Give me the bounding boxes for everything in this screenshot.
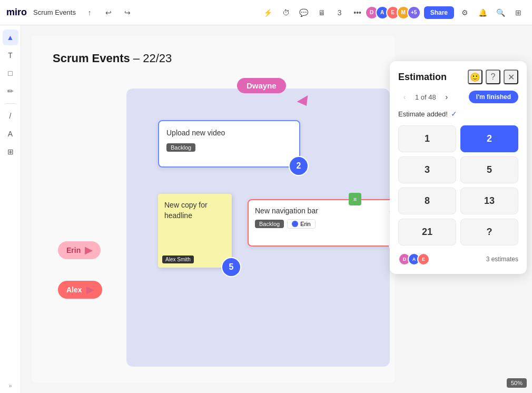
top-toolbar: miro Scrum Events ↑ ↩ ↪ ⚡ ⏱ 💬 🖥 3 ••• D … [0,0,532,25]
tag-backlog-2: Backlog [255,220,284,228]
dwayne-label: Dwayne [237,78,286,93]
erin-avatar-dot [292,221,298,227]
card-nav-chat-icon: ≡ [349,193,361,205]
estimate-btn-5[interactable]: 5 [460,156,518,183]
zoom-badge: 50% [507,378,527,388]
grid-view-button[interactable]: ⊞ [511,5,526,20]
frame-tool[interactable]: ⊞ [3,144,18,160]
estimate-btn-3[interactable]: 3 [398,156,456,183]
share-button[interactable]: Share [424,6,454,19]
panel-title: Estimation [398,72,447,83]
canvas-inner: Scrum Events – 22/23 Dwayne Upload new v… [32,36,395,382]
footer-avatars: D A E [398,253,430,266]
alex-arrow: ▶ [86,284,94,296]
erin-name: Erin [66,246,81,254]
tag-backlog-1: Backlog [166,143,195,152]
person-erin: Erin ▶ [58,241,101,259]
nav-count: 1 of 48 [415,93,436,101]
card-nav[interactable]: ≡ New navigation bar Backlog Erin ↗ 3 [248,199,395,247]
footer-avatar-2: E [417,253,430,266]
estimate-added: Estimate added! ✓ [398,110,518,118]
board-title-toolbar: Scrum Events [33,8,76,16]
tag-erin: Erin [287,219,316,229]
estimate-btn-2[interactable]: 2 [460,125,518,152]
card-upload[interactable]: Upload new video Backlog 2 [158,120,300,168]
screen-button[interactable]: 🖥 [314,5,329,20]
card-nav-tags: Backlog Erin [255,219,393,229]
more-button[interactable]: ••• [350,5,365,20]
alex-name: Alex [66,286,82,294]
panel-header-icons: 🙂 ? ✕ [468,70,518,84]
erin-arrow: ▶ [85,244,92,256]
card-upload-title: Upload new video [166,129,292,137]
pen-tool[interactable]: ✏ [3,83,18,99]
undo-button[interactable]: ↩ [101,5,116,20]
estimate-grid: 1 2 3 5 8 13 21 ? [398,125,518,245]
help-button[interactable]: ? [486,70,500,84]
search-button[interactable]: 🔍 [493,5,508,20]
sticky-note[interactable]: New copy for headline Alex Smith 5 [158,194,232,268]
tools-expand[interactable]: » [9,383,12,389]
collaborator-avatars: D A E M +5 [368,6,421,19]
export-button[interactable]: ↑ [82,5,97,20]
estimate-btn-13[interactable]: 13 [460,188,518,214]
estimation-panel: Estimation 🙂 ? ✕ ‹ 1 of 48 › I'm finishe… [390,61,527,274]
panel-header: Estimation 🙂 ? ✕ [398,70,518,84]
line-tool[interactable]: / [3,108,18,124]
sticky-author: Alex Smith [162,256,194,263]
dwayne-arrow [297,95,312,109]
panel-footer: D A E 3 estimates [398,253,518,266]
finished-button[interactable]: I'm finished [469,91,518,103]
timer-button[interactable]: ⏱ [279,5,293,20]
app-logo: miro [6,7,27,18]
checkmark-icon: ✓ [451,110,457,118]
canvas[interactable]: Scrum Events – 22/23 Dwayne Upload new v… [21,25,532,393]
sticky-badge: 5 [221,257,241,277]
board-main-title: Scrum Events – 22/23 [53,52,172,65]
redo-button[interactable]: ↪ [120,5,135,20]
card-upload-badge: 2 [289,156,309,176]
select-tool[interactable]: ▲ [3,30,18,45]
estimate-btn-1[interactable]: 1 [398,125,456,152]
shape-tool[interactable]: A [3,126,18,142]
number-button[interactable]: 3 [332,5,347,20]
emoji-button[interactable]: 🙂 [468,70,482,84]
sticky-text: New copy for headline [164,200,225,221]
person-alex: Alex ▶ [58,281,102,299]
scrum-area: Dwayne Upload new video Backlog 2 New co… [126,89,390,367]
lightning-button[interactable]: ⚡ [261,5,275,20]
board: Scrum Events – 22/23 Dwayne Upload new v… [32,36,395,382]
estimate-added-text: Estimate added! [398,110,448,118]
estimates-count: 3 estimates [486,256,518,263]
chat-button[interactable]: 💬 [297,5,311,20]
text-tool[interactable]: T [3,47,18,63]
prev-card-button[interactable]: ‹ [398,91,411,103]
close-button[interactable]: ✕ [504,70,518,84]
panel-nav: ‹ 1 of 48 › I'm finished [398,91,518,103]
avatar-4: +5 [407,6,421,19]
left-toolbar: ▲ T □ ✏ / A ⊞ » [0,25,21,393]
card-nav-title: New navigation bar [255,207,393,215]
tool-divider [5,103,16,104]
notifications-button[interactable]: 🔔 [475,5,490,20]
estimate-btn-8[interactable]: 8 [398,188,456,214]
next-card-button[interactable]: › [440,91,453,103]
estimate-btn-question[interactable]: ? [460,219,518,245]
estimate-btn-21[interactable]: 21 [398,219,456,245]
sticky-tool[interactable]: □ [3,65,18,81]
settings-button[interactable]: ⚙ [457,5,472,20]
